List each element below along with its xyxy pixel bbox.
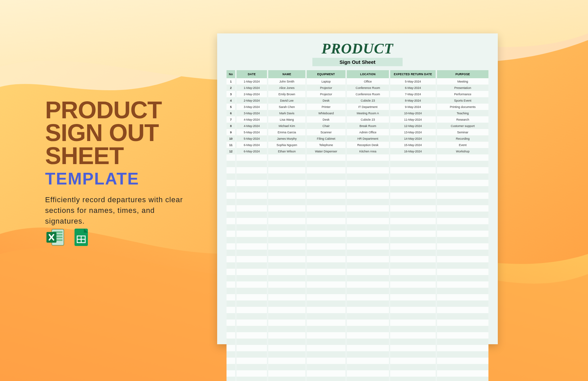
table-row-empty (227, 326, 488, 332)
table-cell: 2-May-2024 (236, 91, 268, 97)
table-cell-empty (236, 351, 268, 358)
table-row: 105-May-2024James MurphyFiling CabinetHR… (227, 135, 488, 142)
table-row: 116-May-2024Sophia NguyenTelephoneRecept… (227, 142, 488, 148)
table-cell-empty (390, 167, 436, 173)
table-row-empty (227, 243, 488, 250)
table-row-empty (227, 262, 488, 269)
table-cell: Emma Garcia (268, 129, 306, 135)
table-cell: Scanner (306, 129, 346, 135)
table-cell: 12 (227, 148, 236, 154)
table-cell-empty (436, 193, 488, 199)
table-row-empty (227, 193, 488, 199)
table-cell-empty (436, 288, 488, 294)
table-cell-empty (236, 313, 268, 320)
sheet-subheading: Sign Out Sheet (312, 58, 403, 66)
table-cell-empty (390, 262, 436, 269)
table-cell-empty (268, 167, 306, 173)
table-cell: 16-May-2024 (390, 148, 436, 154)
table-cell-empty (268, 218, 306, 224)
table-cell-empty (346, 231, 390, 237)
table-cell-empty (346, 250, 390, 256)
table-cell: HR Department (346, 135, 390, 142)
table-cell-empty (306, 294, 346, 300)
promo-text-block: PRODUCT SIGN OUT SHEET TEMPLATE Efficien… (45, 99, 212, 227)
table-cell-empty (436, 250, 488, 256)
table-cell-empty (346, 262, 390, 269)
table-cell-empty (390, 339, 436, 345)
table-cell-empty (227, 370, 236, 377)
table-cell: Office (346, 78, 390, 85)
table-cell-empty (268, 332, 306, 339)
table-cell-empty (306, 161, 346, 167)
table-cell-empty (346, 237, 390, 243)
table-cell-empty (436, 231, 488, 237)
table-cell: Mark Davis (268, 110, 306, 116)
table-cell-empty (268, 339, 306, 345)
table-cell-empty (346, 212, 390, 218)
table-cell-empty (236, 281, 268, 288)
table-row-empty (227, 250, 488, 256)
table-cell: Projector (306, 85, 346, 91)
table-cell-empty (306, 364, 346, 370)
table-row-empty (227, 186, 488, 193)
table-cell: 4-May-2024 (236, 123, 268, 129)
table-cell-empty (236, 326, 268, 332)
table-cell: 5 (227, 104, 236, 110)
table-cell-empty (390, 364, 436, 370)
table-cell-empty (346, 167, 390, 173)
table-cell-empty (236, 180, 268, 186)
table-cell-empty (236, 154, 268, 161)
table-cell-empty (346, 173, 390, 180)
column-header: PURPOSE (436, 70, 488, 78)
table-cell: 5-May-2024 (236, 135, 268, 142)
table-row: 126-May-2024Ethan WilsonWater DispenserK… (227, 148, 488, 154)
table-cell: 4-May-2024 (236, 116, 268, 123)
table-cell-empty (346, 345, 390, 351)
table-cell-empty (390, 186, 436, 193)
title-line-3: SHEET (45, 144, 212, 167)
table-cell-empty (390, 212, 436, 218)
table-cell: 14-May-2024 (390, 135, 436, 142)
table-cell-empty (306, 180, 346, 186)
table-row: 42-May-2024David LeeDeskCubicle 238-May-… (227, 97, 488, 104)
table-row-empty (227, 275, 488, 281)
table-row: 95-May-2024Emma GarciaScannerAdmin Offic… (227, 129, 488, 135)
table-cell: Reception Desk (346, 142, 390, 148)
table-cell-empty (346, 275, 390, 281)
table-cell-empty (436, 364, 488, 370)
table-cell-empty (436, 218, 488, 224)
table-cell-empty (390, 237, 436, 243)
table-cell-empty (236, 243, 268, 250)
table-cell: 8 (227, 123, 236, 129)
table-cell-empty (436, 199, 488, 205)
table-cell-empty (236, 358, 268, 364)
table-cell-empty (306, 320, 346, 326)
table-cell: Cubicle 23 (346, 97, 390, 104)
table-cell: 7 (227, 116, 236, 123)
table-cell-empty (306, 193, 346, 199)
table-cell-empty (236, 237, 268, 243)
table-cell-empty (346, 364, 390, 370)
table-cell-empty (268, 351, 306, 358)
table-cell-empty (436, 224, 488, 231)
table-cell-empty (436, 313, 488, 320)
table-cell: Break Room (346, 123, 390, 129)
table-cell: 6-May-2024 (236, 142, 268, 148)
table-cell-empty (227, 193, 236, 199)
table-cell-empty (306, 281, 346, 288)
table-cell-empty (346, 370, 390, 377)
table-cell-empty (306, 332, 346, 339)
table-cell-empty (268, 262, 306, 269)
table-row-empty (227, 212, 488, 218)
column-header: LOCATION (346, 70, 390, 78)
table-cell-empty (346, 351, 390, 358)
table-row-empty (227, 199, 488, 205)
table-cell-empty (306, 269, 346, 275)
table-cell-empty (346, 358, 390, 364)
signout-table: NoDATENAMEEQUIPMENTLOCATIONEXPECTED RETU… (227, 70, 488, 381)
table-cell-empty (268, 154, 306, 161)
spreadsheet-preview: PRODUCT Sign Out Sheet NoDATENAMEEQUIPME… (217, 33, 498, 344)
table-cell-empty (306, 262, 346, 269)
table-cell-empty (227, 345, 236, 351)
table-row-empty (227, 345, 488, 351)
